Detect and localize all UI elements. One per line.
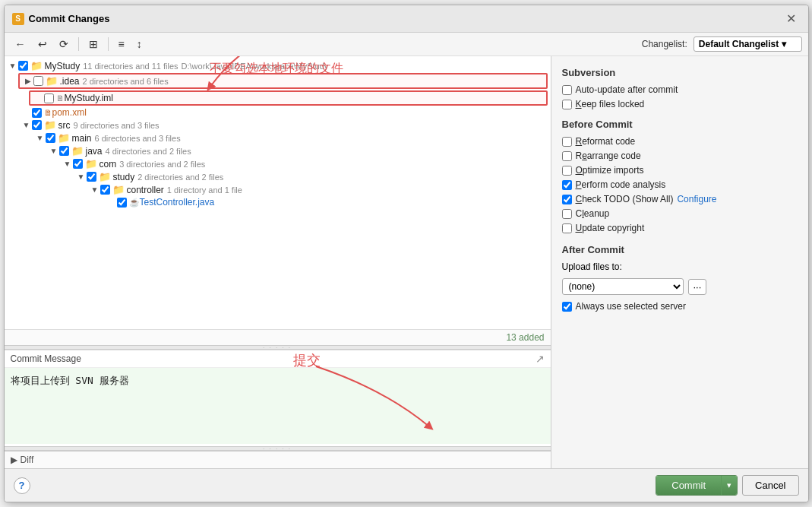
cleanup-label: Cleanup bbox=[576, 208, 610, 219]
checktodo-row: Check TODO (Show All) Configure bbox=[562, 194, 798, 204]
optimize-row: Optimize imports bbox=[562, 165, 798, 176]
changelist-label: Changelist: bbox=[642, 39, 687, 49]
com-checkbox[interactable] bbox=[73, 159, 83, 169]
controller-folder-icon: 📁 bbox=[112, 184, 125, 195]
dialog-icon: S bbox=[12, 13, 24, 25]
pomxml-row: 🗎 pom.xml bbox=[18, 106, 551, 119]
src-expand[interactable]: ▼ bbox=[21, 120, 32, 131]
back-button[interactable]: ← bbox=[11, 36, 30, 52]
undo-button[interactable]: ↩ bbox=[33, 36, 52, 52]
commit-button[interactable]: Commit bbox=[656, 476, 721, 495]
java-row: ▼ 📁 java 4 directories and 2 files bbox=[46, 144, 551, 157]
root-label: MyStudy bbox=[45, 61, 81, 71]
idea-expand[interactable]: ▶ bbox=[23, 76, 33, 87]
optimize-checkbox[interactable] bbox=[562, 166, 572, 176]
help-button[interactable]: ? bbox=[14, 477, 30, 494]
commit-msg-label-row: Commit Message ↗ bbox=[5, 350, 551, 368]
root-path: D:\work\Java\IDEA\workspace\MyStudy bbox=[182, 62, 329, 71]
src-label: src bbox=[58, 120, 71, 131]
diff-label: Diff bbox=[21, 455, 34, 465]
controller-checkbox[interactable] bbox=[100, 185, 110, 195]
commit-changes-dialog: S Commit Changes ✕ ← ↩ ⟳ ⊞ ≡ ↕ Changelis… bbox=[4, 5, 809, 502]
upload-label: Upload files to: bbox=[562, 261, 622, 272]
perform-checkbox[interactable] bbox=[562, 180, 572, 190]
rearrange-checkbox[interactable] bbox=[562, 151, 572, 161]
file-tree[interactable]: ▼ 📁 MyStudy 11 directories and 11 files … bbox=[5, 56, 551, 329]
auto-update-checkbox[interactable] bbox=[562, 85, 572, 95]
com-expand[interactable]: ▼ bbox=[62, 159, 73, 170]
checktodo-checkbox[interactable] bbox=[562, 195, 572, 204]
toolbar: ← ↩ ⟳ ⊞ ≡ ↕ Changelist: Default Changeli… bbox=[5, 33, 808, 56]
testcontroller-row: ☕ TestController.java bbox=[103, 196, 551, 208]
perform-row: Perform code analysis bbox=[562, 179, 798, 190]
separator-2 bbox=[108, 37, 109, 51]
iml-label: MyStudy.iml bbox=[65, 93, 113, 103]
separator-1 bbox=[78, 37, 79, 51]
keep-files-label: Keep files locked bbox=[576, 99, 645, 109]
commit-message-section: Commit Message ↗ 将项目上传到 SVN 服务器 bbox=[5, 350, 551, 446]
status-bar: 13 added bbox=[5, 329, 551, 345]
cancel-button[interactable]: Cancel bbox=[742, 475, 798, 496]
iml-checkbox[interactable] bbox=[44, 93, 54, 103]
cleanup-checkbox[interactable] bbox=[562, 209, 572, 219]
pom-label: pom.xml bbox=[52, 107, 87, 118]
com-folder-icon: 📁 bbox=[85, 158, 97, 170]
com-row: ▼ 📁 com 3 directories and 2 files bbox=[59, 157, 551, 170]
tc-checkbox[interactable] bbox=[117, 198, 127, 208]
rearrange-label: Rearrange code bbox=[576, 151, 641, 161]
study-expand[interactable]: ▼ bbox=[76, 172, 87, 182]
java-folder-icon: 📁 bbox=[71, 145, 84, 157]
idea-checkbox[interactable] bbox=[33, 76, 43, 86]
pom-checkbox[interactable] bbox=[32, 108, 42, 118]
study-checkbox[interactable] bbox=[87, 172, 96, 182]
footer: ? Commit ▾ Cancel bbox=[5, 468, 808, 502]
refresh-button[interactable]: ⟳ bbox=[55, 36, 73, 52]
cleanup-row: Cleanup bbox=[562, 208, 798, 219]
main-checkbox[interactable] bbox=[46, 133, 55, 143]
src-checkbox[interactable] bbox=[32, 120, 42, 130]
always-use-row: Always use selected server bbox=[562, 301, 798, 312]
always-use-label: Always use selected server bbox=[576, 301, 686, 312]
java-checkbox[interactable] bbox=[59, 146, 69, 156]
commit-dropdown-button[interactable]: ▾ bbox=[721, 476, 737, 495]
tree-root-row: ▼ 📁 MyStudy 11 directories and 11 files … bbox=[5, 59, 551, 72]
commit-msg-label-text: Commit Message bbox=[11, 353, 81, 364]
controller-expand[interactable]: ▼ bbox=[90, 185, 100, 195]
updatecopyright-checkbox[interactable] bbox=[562, 223, 572, 233]
menu-button[interactable]: ≡ bbox=[114, 36, 129, 52]
java-expand[interactable]: ▼ bbox=[49, 146, 59, 157]
rearrange-row: Rearrange code bbox=[562, 151, 798, 161]
configure-link[interactable]: Configure bbox=[677, 194, 716, 204]
keep-files-checkbox[interactable] bbox=[562, 100, 572, 109]
upload-more-button[interactable]: ··· bbox=[688, 279, 707, 295]
commit-msg-icon: ↗ bbox=[536, 353, 545, 365]
right-panel: Subversion Auto-update after commit Keep… bbox=[551, 56, 808, 468]
iml-file-icon: 🗎 bbox=[56, 93, 65, 103]
root-folder-icon: 📁 bbox=[30, 60, 43, 71]
com-meta: 3 directories and 2 files bbox=[119, 160, 205, 169]
root-meta: 11 directories and 11 files bbox=[83, 62, 178, 71]
keep-files-row: Keep files locked bbox=[562, 99, 798, 109]
before-commit-title: Before Commit bbox=[562, 119, 798, 130]
commit-message-input[interactable]: 将项目上传到 SVN 服务器 bbox=[5, 368, 551, 444]
main-folder-icon: 📁 bbox=[58, 132, 70, 144]
title-bar: S Commit Changes ✕ bbox=[5, 5, 808, 33]
reformat-checkbox[interactable] bbox=[562, 137, 572, 147]
root-checkbox[interactable] bbox=[18, 61, 28, 71]
sort-button[interactable]: ↕ bbox=[132, 36, 147, 52]
changelist-dropdown[interactable]: Default Changelist ▾ bbox=[694, 36, 802, 52]
reformat-row: Reformat code bbox=[562, 136, 798, 147]
always-use-checkbox[interactable] bbox=[562, 302, 572, 312]
upload-dropdown[interactable]: (none) bbox=[562, 278, 684, 295]
main-label: main bbox=[72, 133, 92, 144]
close-button[interactable]: ✕ bbox=[782, 10, 801, 27]
mystudyiml-row: 🗎 MyStudy.iml bbox=[29, 90, 548, 106]
updatecopyright-label: Update copyright bbox=[576, 223, 645, 233]
root-expand[interactable]: ▼ bbox=[8, 61, 18, 71]
grid-button[interactable]: ⊞ bbox=[84, 36, 103, 52]
study-folder-icon: 📁 bbox=[99, 171, 111, 182]
main-expand[interactable]: ▼ bbox=[35, 133, 46, 144]
commit-button-group: Commit ▾ bbox=[656, 475, 738, 496]
subversion-title: Subversion bbox=[562, 67, 798, 78]
expand-diff[interactable]: ▶ bbox=[11, 455, 17, 465]
